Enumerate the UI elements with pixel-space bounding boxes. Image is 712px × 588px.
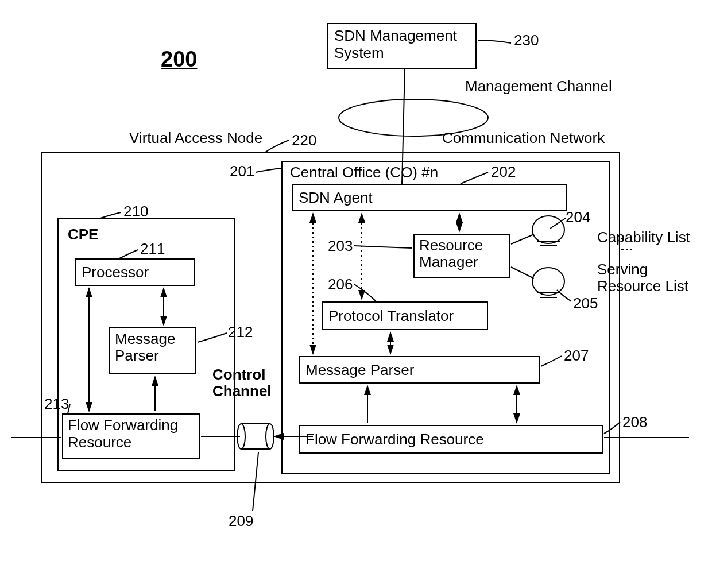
label-sdn-agent: SDN Agent bbox=[299, 189, 373, 207]
ref-220: 220 bbox=[292, 131, 316, 149]
ref-202: 202 bbox=[491, 163, 516, 181]
label-control-channel: ControlChannel bbox=[212, 366, 272, 399]
label-message-parser-cpe: MessageParser bbox=[115, 330, 176, 364]
label-capability-list: Capability List bbox=[597, 229, 690, 246]
ref-211: 211 bbox=[140, 240, 165, 258]
label-virtual-access-node: Virtual Access Node bbox=[129, 129, 262, 147]
ref-206: 206 bbox=[328, 276, 353, 293]
label-management-channel: Management Channel bbox=[465, 78, 612, 95]
ref-207: 207 bbox=[564, 347, 589, 365]
box-message-parser-cpe: MessageParser bbox=[109, 327, 196, 374]
diagram-canvas: 200 SDN ManagementSystem Management Chan… bbox=[0, 0, 712, 588]
ref-209: 209 bbox=[229, 512, 253, 530]
label-protocol-translator: Protocol Translator bbox=[328, 307, 454, 325]
label-processor: Processor bbox=[82, 264, 149, 281]
ref-205: 205 bbox=[573, 295, 598, 312]
label-sdn-management-system: SDN ManagementSystem bbox=[334, 27, 457, 61]
label-message-parser-co: Message Parser bbox=[305, 361, 414, 379]
ref-213: 213 bbox=[44, 395, 69, 413]
figure-number: 200 bbox=[161, 47, 197, 72]
label-cpe: CPE bbox=[68, 226, 98, 243]
box-sdn-management-system: SDN ManagementSystem bbox=[327, 23, 477, 69]
box-sdn-agent: SDN Agent bbox=[292, 184, 567, 211]
ref-204: 204 bbox=[566, 208, 590, 226]
box-protocol-translator: Protocol Translator bbox=[322, 301, 488, 330]
ref-201: 201 bbox=[230, 163, 254, 180]
label-serving-resource-list: ServingResource List bbox=[597, 261, 688, 294]
box-ffr-co: Flow Forwarding Resource bbox=[299, 425, 603, 454]
label-ffr-cpe: Flow ForwardingResource bbox=[68, 416, 178, 451]
box-message-parser-co: Message Parser bbox=[299, 356, 540, 384]
label-resource-manager: ResourceManager bbox=[419, 237, 483, 270]
box-processor: Processor bbox=[75, 258, 195, 286]
ref-208: 208 bbox=[622, 413, 647, 431]
box-ffr-cpe: Flow ForwardingResource bbox=[62, 413, 200, 459]
label-central-office-title: Central Office (CO) #n bbox=[290, 164, 438, 181]
ref-212: 212 bbox=[228, 323, 253, 341]
label-communication-network: Communication Network bbox=[442, 129, 605, 147]
ref-210: 210 bbox=[123, 203, 148, 220]
ref-230: 230 bbox=[514, 32, 539, 49]
box-resource-manager: ResourceManager bbox=[413, 234, 510, 278]
text-serving-resource-list: ServingResource List bbox=[597, 261, 688, 295]
text-control-channel: ControlChannel bbox=[212, 366, 272, 400]
ref-203: 203 bbox=[328, 237, 353, 255]
label-ffr-co: Flow Forwarding Resource bbox=[305, 431, 484, 448]
